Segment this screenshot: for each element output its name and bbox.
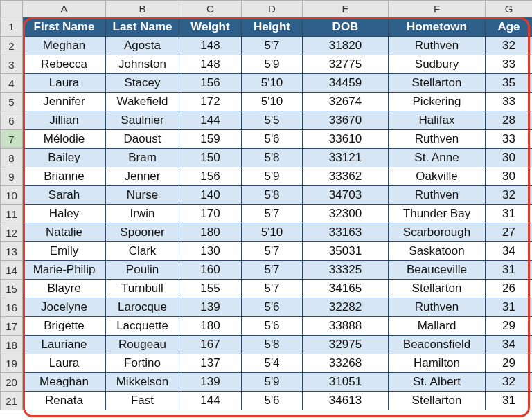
- data-cell[interactable]: 31: [486, 392, 533, 410]
- data-cell[interactable]: 5'7: [242, 37, 303, 55]
- data-cell[interactable]: 5'7: [242, 242, 303, 261]
- data-cell[interactable]: Ruthven: [389, 37, 486, 55]
- data-cell[interactable]: Jenner: [106, 167, 179, 186]
- data-cell[interactable]: 32282: [303, 298, 389, 317]
- data-cell[interactable]: 5'9: [242, 55, 303, 74]
- data-cell[interactable]: Hamilton: [389, 354, 486, 373]
- data-cell[interactable]: 5'5: [242, 111, 303, 130]
- data-cell[interactable]: 31: [486, 205, 533, 223]
- data-cell[interactable]: 30: [486, 149, 533, 167]
- data-cell[interactable]: 5'6: [242, 130, 303, 149]
- data-cell[interactable]: Laura: [23, 74, 106, 93]
- data-cell[interactable]: 34: [486, 336, 533, 354]
- header-cell[interactable]: DOB: [303, 17, 389, 37]
- row-header[interactable]: 13: [1, 242, 23, 261]
- data-cell[interactable]: 137: [179, 354, 242, 373]
- data-cell[interactable]: Meaghan: [23, 373, 106, 392]
- data-cell[interactable]: 139: [179, 298, 242, 317]
- data-cell[interactable]: Renata: [23, 392, 106, 410]
- data-cell[interactable]: 34165: [303, 280, 389, 298]
- data-cell[interactable]: Lauriane: [23, 336, 106, 354]
- col-header-A[interactable]: A: [23, 1, 106, 17]
- data-cell[interactable]: Nurse: [106, 186, 179, 205]
- data-cell[interactable]: Stellarton: [389, 280, 486, 298]
- data-cell[interactable]: 130: [179, 242, 242, 261]
- select-all-corner[interactable]: [1, 1, 23, 17]
- data-cell[interactable]: 30: [486, 167, 533, 186]
- data-cell[interactable]: Saulnier: [106, 111, 179, 130]
- data-cell[interactable]: Marie-Philip: [23, 261, 106, 280]
- data-cell[interactable]: 32300: [303, 205, 389, 223]
- data-cell[interactable]: 31: [486, 261, 533, 280]
- data-cell[interactable]: 5'6: [242, 298, 303, 317]
- data-cell[interactable]: Rebecca: [23, 55, 106, 74]
- data-cell[interactable]: Oakville: [389, 167, 486, 186]
- data-cell[interactable]: Blayre: [23, 280, 106, 298]
- data-cell[interactable]: 140: [179, 186, 242, 205]
- row-header[interactable]: 3: [1, 55, 23, 74]
- data-cell[interactable]: 33670: [303, 111, 389, 130]
- header-cell[interactable]: Weight: [179, 17, 242, 37]
- data-cell[interactable]: 33888: [303, 317, 389, 336]
- data-cell[interactable]: 180: [179, 317, 242, 336]
- data-cell[interactable]: 5'7: [242, 205, 303, 223]
- data-cell[interactable]: 156: [179, 74, 242, 93]
- row-header[interactable]: 19: [1, 354, 23, 373]
- data-cell[interactable]: 155: [179, 280, 242, 298]
- row-header[interactable]: 17: [1, 317, 23, 336]
- data-cell[interactable]: Daoust: [106, 130, 179, 149]
- data-cell[interactable]: 148: [179, 37, 242, 55]
- data-cell[interactable]: Jocelyne: [23, 298, 106, 317]
- data-cell[interactable]: Ruthven: [389, 130, 486, 149]
- data-cell[interactable]: Turnbull: [106, 280, 179, 298]
- data-cell[interactable]: Poulin: [106, 261, 179, 280]
- row-header[interactable]: 21: [1, 392, 23, 410]
- data-cell[interactable]: 31: [486, 298, 533, 317]
- data-cell[interactable]: 34459: [303, 74, 389, 93]
- data-cell[interactable]: Sarah: [23, 186, 106, 205]
- data-cell[interactable]: Brianne: [23, 167, 106, 186]
- data-cell[interactable]: Beaconsfield: [389, 336, 486, 354]
- data-cell[interactable]: 5'8: [242, 186, 303, 205]
- data-cell[interactable]: 5'8: [242, 336, 303, 354]
- data-cell[interactable]: 32: [486, 37, 533, 55]
- data-cell[interactable]: 5'7: [242, 261, 303, 280]
- data-cell[interactable]: 35031: [303, 242, 389, 261]
- data-cell[interactable]: Mikkelson: [106, 373, 179, 392]
- row-header[interactable]: 14: [1, 261, 23, 280]
- data-cell[interactable]: 5'4: [242, 354, 303, 373]
- data-cell[interactable]: Agosta: [106, 37, 179, 55]
- data-cell[interactable]: 34703: [303, 186, 389, 205]
- data-cell[interactable]: 34613: [303, 392, 389, 410]
- data-cell[interactable]: Fast: [106, 392, 179, 410]
- data-cell[interactable]: Clark: [106, 242, 179, 261]
- data-cell[interactable]: Halifax: [389, 111, 486, 130]
- row-header[interactable]: 4: [1, 74, 23, 93]
- header-cell[interactable]: First Name: [23, 17, 106, 37]
- data-cell[interactable]: 29: [486, 354, 533, 373]
- data-cell[interactable]: 29: [486, 317, 533, 336]
- data-cell[interactable]: Stacey: [106, 74, 179, 93]
- data-cell[interactable]: Sudbury: [389, 55, 486, 74]
- col-header-G[interactable]: G: [486, 1, 533, 17]
- data-cell[interactable]: 170: [179, 205, 242, 223]
- data-cell[interactable]: 5'9: [242, 373, 303, 392]
- data-cell[interactable]: Natalie: [23, 223, 106, 242]
- data-cell[interactable]: 144: [179, 111, 242, 130]
- data-cell[interactable]: Haley: [23, 205, 106, 223]
- data-cell[interactable]: Ruthven: [389, 298, 486, 317]
- data-cell[interactable]: Beauceville: [389, 261, 486, 280]
- col-header-B[interactable]: B: [106, 1, 179, 17]
- data-cell[interactable]: 172: [179, 93, 242, 111]
- data-cell[interactable]: 5'6: [242, 317, 303, 336]
- header-cell[interactable]: Hometown: [389, 17, 486, 37]
- data-cell[interactable]: 156: [179, 167, 242, 186]
- data-cell[interactable]: 5'9: [242, 167, 303, 186]
- row-header[interactable]: 1: [1, 17, 23, 37]
- data-cell[interactable]: Scarborough: [389, 223, 486, 242]
- data-cell[interactable]: St. Anne: [389, 149, 486, 167]
- data-cell[interactable]: 5'10: [242, 93, 303, 111]
- data-cell[interactable]: Brigette: [23, 317, 106, 336]
- data-cell[interactable]: Wakefield: [106, 93, 179, 111]
- row-header[interactable]: 20: [1, 373, 23, 392]
